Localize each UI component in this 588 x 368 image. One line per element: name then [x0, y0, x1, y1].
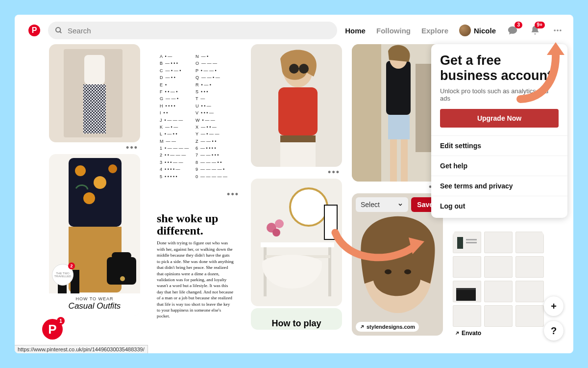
search-box[interactable] [48, 22, 337, 39]
svg-rect-18 [112, 252, 131, 259]
pin-caption-big: Casual Outfits [49, 301, 140, 311]
badge-two-travelled: THE TWOTRAVELLED 2 [52, 264, 74, 286]
profile-link[interactable]: Nicole [459, 25, 496, 36]
quote-body: Done with trying to figure out who was w… [157, 240, 234, 319]
nav-following[interactable]: Following [376, 26, 411, 35]
menu-log-out[interactable]: Log out [431, 196, 567, 216]
search-icon [55, 26, 63, 34]
messages-badge: 3 [514, 22, 522, 28]
pin-red-top[interactable] [251, 44, 342, 167]
svg-point-16 [83, 192, 95, 204]
svg-point-0 [56, 27, 60, 32]
svg-point-14 [94, 176, 106, 189]
chevron-down-icon [397, 202, 403, 208]
svg-rect-7 [84, 55, 105, 84]
pin-caption-small: HOW TO WEAR [49, 296, 140, 301]
username: Nicole [474, 26, 496, 35]
svg-rect-32 [298, 68, 301, 69]
howto-text: How to play [251, 318, 342, 329]
nav-explore[interactable]: Explore [421, 26, 448, 35]
annotation-arrow-save [328, 226, 426, 270]
svg-line-62 [456, 332, 459, 335]
source-link[interactable]: stylendesigns.com [356, 322, 419, 332]
menu-get-help[interactable]: Get help [431, 156, 567, 176]
add-fab[interactable]: + [544, 296, 564, 316]
svg-point-30 [289, 64, 299, 74]
svg-point-41 [272, 229, 280, 237]
pin-envato-templates[interactable]: Envato [453, 230, 544, 337]
pin-morse-code[interactable]: A • —N — •B — • • •O — — —C — • — •P • —… [150, 44, 241, 189]
svg-rect-51 [401, 139, 408, 182]
board-select-label: Select [361, 201, 380, 209]
notifications-button[interactable]: 9+ [529, 25, 541, 36]
envato-label: Envato [462, 330, 481, 337]
svg-point-55 [404, 269, 411, 274]
float-badge: 1 [57, 317, 65, 325]
avatar [459, 25, 471, 36]
svg-marker-63 [547, 42, 564, 55]
svg-rect-49 [388, 115, 410, 139]
pin-more-icon[interactable]: ••• [126, 145, 138, 150]
svg-point-34 [290, 188, 327, 226]
svg-rect-59 [466, 242, 477, 243]
svg-line-56 [361, 326, 364, 328]
pin-casual-outfits[interactable]: HOW TO WEAR Casual Outfits THE TWOTRAVEL… [49, 154, 140, 316]
nav-home[interactable]: Home [345, 26, 366, 35]
pin-outfit-mirror[interactable] [49, 44, 140, 142]
pin-street-style[interactable] [352, 44, 443, 182]
svg-line-1 [60, 31, 61, 33]
search-input[interactable] [68, 26, 330, 35]
top-nav: Home Following Explore Nicole 3 9+ [345, 25, 564, 36]
svg-point-4 [560, 29, 562, 31]
header: P Home Following Explore Nicole 3 9+ [15, 15, 573, 44]
svg-point-13 [75, 165, 86, 176]
svg-point-2 [554, 29, 556, 31]
menu-edit-settings[interactable]: Edit settings [431, 135, 567, 156]
pinterest-logo[interactable]: P [28, 25, 40, 36]
svg-rect-45 [352, 44, 381, 182]
svg-rect-27 [278, 87, 318, 135]
board-select[interactable]: Select [356, 197, 408, 212]
upgrade-button[interactable]: Upgrade Now [440, 109, 559, 128]
more-menu-button[interactable] [552, 25, 564, 36]
pin-quote-text[interactable]: she woke up different. Done with trying … [150, 201, 241, 326]
svg-rect-35 [261, 242, 334, 247]
quote-heading: she woke up different. [157, 212, 234, 237]
svg-point-19 [120, 276, 125, 281]
svg-rect-58 [466, 239, 477, 240]
svg-rect-29 [280, 135, 316, 142]
help-fab[interactable]: ? [544, 321, 564, 341]
pinterest-float-icon[interactable]: P 1 [42, 319, 63, 340]
more-icon [553, 26, 563, 35]
svg-rect-50 [390, 139, 397, 182]
svg-point-54 [385, 269, 392, 274]
notifications-badge: 9+ [535, 22, 545, 28]
annotation-arrow-top [512, 40, 565, 104]
svg-rect-60 [456, 290, 476, 301]
menu-terms-privacy[interactable]: See terms and privacy [431, 176, 567, 196]
arrow-up-right-icon [455, 331, 460, 336]
messages-button[interactable]: 3 [507, 25, 518, 36]
pin-more-icon[interactable]: ••• [328, 170, 340, 175]
badge-count: 2 [68, 263, 75, 269]
svg-rect-9 [83, 84, 106, 133]
pin-more-icon[interactable]: ••• [227, 192, 239, 197]
pin-how-to-play[interactable]: How to play [251, 308, 342, 330]
status-bar-url: https://www.pinterest.co.uk/pin/14496030… [15, 345, 148, 353]
svg-rect-61 [456, 288, 476, 290]
svg-rect-47 [386, 61, 411, 115]
svg-point-15 [108, 164, 117, 173]
svg-point-3 [557, 29, 559, 31]
arrow-up-right-icon [360, 324, 365, 329]
svg-point-40 [275, 219, 284, 228]
svg-rect-57 [457, 237, 463, 249]
